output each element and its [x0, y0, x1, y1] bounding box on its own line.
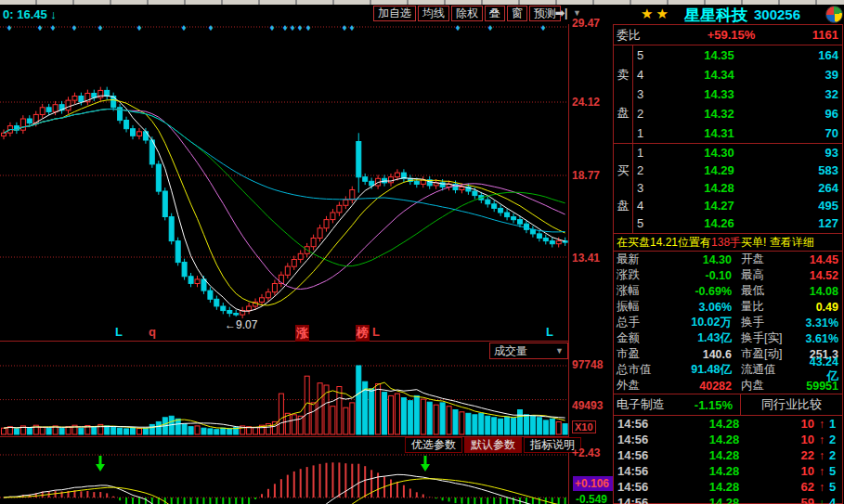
macd-dif-label: +0.106 [573, 476, 614, 491]
stat-row: 外盘40282内盘59951 [614, 378, 842, 394]
svg-text:♦: ♦ [6, 24, 11, 32]
chart-letter: L [115, 325, 123, 339]
svg-text:♦: ♦ [71, 24, 76, 32]
book-row[interactable]: 314.3332 [633, 84, 842, 104]
chart-letter: q [149, 325, 156, 339]
svg-text:♦: ♦ [181, 24, 186, 32]
bid-side-label: 买盘 [614, 144, 633, 233]
stat-row: 金额1.43亿换手[实]3.61% [614, 330, 842, 346]
weibi-diff: 1161 [790, 28, 842, 42]
chart-letter: 榜 [356, 325, 370, 342]
svg-text:♦: ♦ [540, 24, 545, 32]
axis-label: 49493 [572, 399, 603, 412]
svg-text:♦: ♦ [290, 24, 294, 32]
chart-letter: 涨 [295, 325, 309, 342]
svg-text:♦: ♦ [37, 24, 42, 32]
bid-book: 买盘 114.3093214.29583314.28264414.2749551… [614, 143, 842, 233]
weibi-row: 委比 +59.15% 1161 [614, 25, 842, 45]
down-arrow-icon: ↓ [50, 7, 57, 21]
axis-label: 13.41 [572, 252, 600, 265]
stock-name: 星星科技 [684, 5, 747, 26]
svg-text:♦: ♦ [487, 24, 492, 32]
chart-letter: L [546, 325, 553, 339]
stat-row: 总市值91.48亿流通值43.24亿 [614, 362, 842, 378]
weibi-label: 委比 [614, 27, 672, 44]
book-row[interactable]: 314.28264 [633, 179, 842, 197]
book-row[interactable]: 414.27495 [633, 197, 842, 214]
volume-selector-label: 成交量 [494, 343, 527, 359]
macd-dea-label: -0.549 [576, 493, 607, 504]
svg-text:♦: ♦ [305, 24, 310, 32]
svg-text:♦: ♦ [342, 24, 346, 32]
toolbar-button-0[interactable]: 加自选 [373, 6, 416, 21]
ask-book: 卖盘 514.35164414.3439314.3332214.3296114.… [614, 45, 842, 143]
svg-text:♦: ♦ [269, 24, 274, 32]
stats-table: 最新14.30开盘14.45涨跌-0.10最高14.52涨幅-0.69%最低14… [614, 251, 842, 394]
toolbar-button-2[interactable]: 除权 [451, 6, 483, 21]
param-button[interactable]: 优选参数 [405, 437, 462, 453]
tick-row: 14:5614.2810↑2 [614, 432, 842, 447]
candlestick-chart[interactable]: ♦♦♦♦♦♦♦♦♦♦♦♦♦♦♦♦♦♦ [0, 24, 568, 341]
svg-text:♦: ♦ [136, 24, 141, 32]
trading-app-window: 0: 16.45 ↓ 加自选均线除权叠窗预测 ➡| ▼ ★★ 星星科技 3002… [0, 0, 844, 504]
axis-label: 24.12 [572, 96, 600, 109]
svg-text:♦: ♦ [349, 24, 354, 32]
volume-chart[interactable] [0, 342, 568, 436]
ask-side-label: 卖盘 [614, 45, 633, 143]
sector-row: 电子制造 -1.15% 同行业比较 [614, 394, 842, 416]
svg-text:♦: ♦ [282, 24, 287, 32]
toolbar-button-3[interactable]: 叠 [485, 6, 505, 21]
book-row[interactable]: 114.3170 [633, 123, 842, 143]
tick-row: 14:5614.2810↑1 [614, 416, 842, 432]
next-period-icon[interactable]: ➡| [555, 6, 567, 19]
book-row[interactable]: 414.3439 [633, 65, 842, 84]
chart-axis-divider [568, 24, 569, 504]
svg-text:♦: ♦ [208, 24, 213, 32]
axis-label: 18.77 [572, 169, 600, 182]
rating-stars: ★★ [641, 6, 671, 22]
svg-text:♦: ♦ [455, 24, 460, 32]
svg-text:♦: ♦ [50, 24, 55, 32]
book-row[interactable]: 514.26127 [633, 214, 842, 232]
chart-letter: L [372, 325, 380, 339]
book-row[interactable]: 214.29583 [633, 162, 842, 179]
tick-row: 14:5614.2859↓4 [614, 495, 842, 504]
large-order-alert[interactable]: 在买盘14.21位置有 138手 买单! 查看详细 [614, 233, 842, 251]
sector-compare-link[interactable]: 同行业比较 [741, 396, 842, 413]
chevron-down-icon: ▼ [555, 346, 564, 355]
param-button[interactable]: 默认参数 [464, 437, 522, 453]
sector-change: -1.15% [682, 398, 733, 412]
weibi-value: +59.15% [672, 28, 790, 42]
stock-code: 300256 [754, 6, 800, 22]
indicator-readout: 0: 16.45 ↓ [3, 7, 57, 21]
parameter-buttons: 优选参数默认参数指标说明 [405, 437, 581, 453]
tick-row: 14:5614.2822↑2 [614, 447, 842, 463]
svg-text:♦: ♦ [297, 24, 302, 32]
book-row[interactable]: 214.3296 [633, 104, 842, 123]
sector-name: 电子制造 [614, 396, 682, 413]
stat-row: 总手10.02万换手3.31% [614, 315, 842, 330]
tick-row: 14:5614.2862↑5 [614, 479, 842, 495]
quote-panel: 委比 +59.15% 1161 卖盘 514.35164414.3439314.… [613, 24, 843, 504]
stat-row: 振幅3.06%量比0.49 [614, 299, 842, 315]
pie-chart-icon[interactable] [825, 6, 843, 23]
chart-toolbar: 加自选均线除权叠窗预测 [373, 6, 561, 21]
volume-unit-label: X10 [572, 420, 596, 433]
axis-label: 97748 [572, 358, 603, 371]
stat-row: 涨跌-0.10最高14.52 [614, 267, 842, 283]
tick-row: 14:5614.2810↑5 [614, 463, 842, 479]
axis-label: 29.47 [572, 17, 600, 30]
svg-text:♦: ♦ [97, 24, 102, 32]
book-row[interactable]: 514.35164 [633, 45, 842, 65]
low-price-annotation: ←9.07 [225, 318, 257, 331]
stat-row: 涨幅-0.69%最低14.08 [614, 283, 842, 299]
toolbar-button-1[interactable]: 均线 [418, 6, 449, 21]
book-row[interactable]: 114.3093 [633, 144, 842, 162]
toolbar-button-4[interactable]: 窗 [507, 6, 527, 21]
macd-max-label: +2.43 [572, 446, 600, 459]
volume-indicator-selector[interactable]: 成交量 ▼ [489, 342, 568, 359]
stat-row: 最新14.30开盘14.45 [614, 252, 842, 267]
